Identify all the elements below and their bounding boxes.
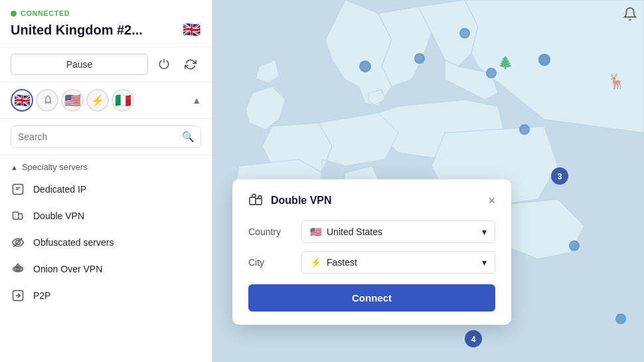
modal-header: Double VPN × [248,193,495,209]
map-dot-2 [360,61,370,72]
specialty-chevron-icon: ▲ [11,163,18,171]
bolt-icon: ⚡ [310,257,321,268]
sidebar-header: CONNECTED United Kingdom #2... 🇬🇧 [0,0,212,47]
server-name-row: United Kingdom #2... 🇬🇧 [11,20,201,40]
connect-button[interactable]: Connect [248,284,495,312]
onion-icon [11,262,25,276]
svg-rect-14 [250,197,256,205]
modal-title-row: Double VPN [248,193,332,209]
svg-text:🦌: 🦌 [607,72,626,90]
svg-text:🌲: 🌲 [498,55,513,70]
dedicated-ip-label: Dedicated IP [33,184,86,195]
server-name-text: United Kingdom #2... [11,23,143,38]
onion-label: Onion Over VPN [33,264,102,274]
double-vpn-icon [11,209,25,223]
map-dot-1 [460,29,469,38]
sidebar-item-double-vpn[interactable]: Double VPN [0,203,212,229]
modal-title: Double VPN [271,195,332,207]
quick-ghost-icon[interactable] [36,89,58,112]
country-label: Country [248,226,301,237]
svg-text:3: 3 [558,172,562,181]
specialty-header[interactable]: ▲ Specialty servers [0,155,212,176]
sidebar-item-p2p[interactable]: P2P [0,282,212,309]
connected-dot [11,11,17,17]
country-select[interactable]: 🇺🇸 United States ▾ [301,221,495,243]
quick-us-flag[interactable]: 🇺🇸 [61,89,84,112]
map-dot-5 [539,54,550,65]
country-field: Country 🇺🇸 United States ▾ [248,221,495,243]
country-chevron-icon: ▾ [482,226,487,237]
obfuscated-label: Obfuscated servers [33,237,114,248]
map-dot-3 [415,54,424,63]
city-select[interactable]: ⚡ Fastest ▾ [301,251,495,274]
sidebar-item-dedicated-ip[interactable]: Dedicated IP [0,176,212,203]
search-row: 🔍 [0,119,212,155]
p2p-label: P2P [33,290,50,301]
power-button[interactable] [153,54,175,75]
sidebar-item-obfuscated[interactable]: Obfuscated servers [0,229,212,256]
double-vpn-label: Double VPN [33,211,84,221]
country-select-left: 🇺🇸 United States [310,226,382,237]
country-flag-icon: 🇬🇧 [181,20,201,40]
country-select-value: United States [327,226,382,237]
obfuscated-icon [11,235,25,250]
country-flag-icon: 🇺🇸 [310,226,321,237]
double-vpn-modal: Double VPN × Country 🇺🇸 United States ▾ … [232,179,511,325]
svg-point-6 [17,268,20,270]
city-label: City [248,257,301,268]
city-select-value: Fastest [327,257,357,268]
quick-it-flag[interactable]: 🇮🇹 [112,89,134,112]
map-dot-6 [520,125,529,134]
dedicated-ip-icon [11,182,25,197]
search-icon: 🔍 [182,131,195,143]
refresh-button[interactable] [180,54,201,75]
quick-connect-row: 🇬🇧 🇺🇸 ⚡ 🇮🇹 ▲ [0,82,212,119]
search-wrap: 🔍 [11,126,201,148]
map-dot-7 [570,241,579,250]
notification-icon[interactable] [623,7,637,25]
svg-text:4: 4 [471,335,476,344]
pause-row: Pause [0,47,212,82]
specialty-label: Specialty servers [22,162,88,172]
connected-badge: CONNECTED [11,9,201,17]
svg-rect-1 [13,212,19,219]
connected-status: CONNECTED [21,9,70,17]
quick-chevron-icon[interactable]: ▲ [192,95,201,106]
svg-point-7 [17,264,19,266]
sidebar-item-onion[interactable]: Onion Over VPN [0,256,212,282]
svg-rect-15 [256,199,262,205]
pause-button[interactable]: Pause [11,54,148,75]
sidebar: CONNECTED United Kingdom #2... 🇬🇧 Pause … [0,0,212,362]
p2p-icon [11,288,25,303]
modal-close-button[interactable]: × [488,194,495,208]
map-dot-4 [487,68,496,78]
city-chevron-icon: ▾ [482,257,487,268]
city-field: City ⚡ Fastest ▾ [248,251,495,274]
quick-uk-flag[interactable]: 🇬🇧 [11,89,33,112]
quick-bolt-icon[interactable]: ⚡ [86,89,109,112]
map-dot-9 [616,314,625,323]
city-select-left: ⚡ Fastest [310,257,357,268]
double-vpn-modal-icon [248,193,264,209]
map-area: 🦌 🌲 3 4 [212,0,644,362]
search-input[interactable] [11,126,201,148]
